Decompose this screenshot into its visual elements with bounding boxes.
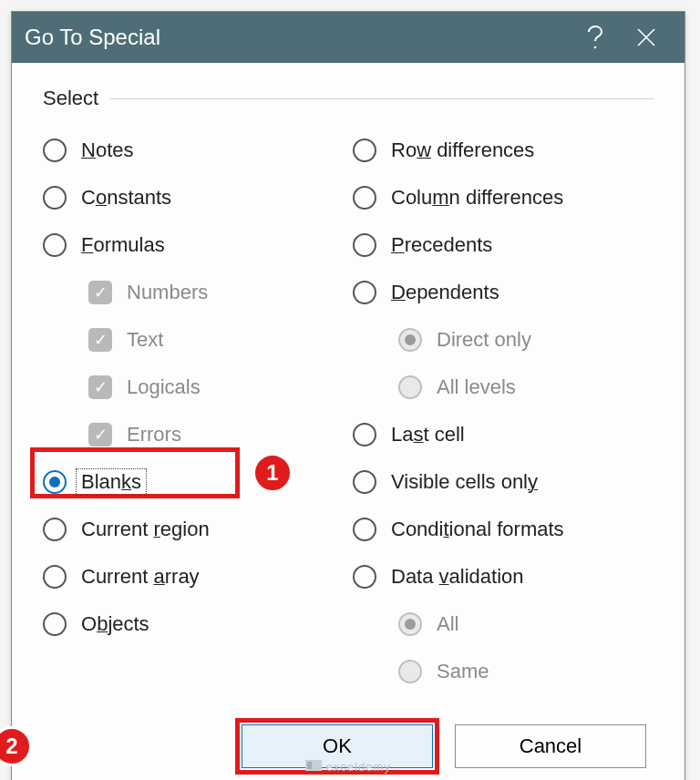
radio-icon <box>43 233 67 257</box>
check-label: Numbers <box>127 281 208 304</box>
radio-dependents[interactable]: Dependents <box>353 271 654 314</box>
radio-icon <box>353 470 376 494</box>
left-column: Notes Constants Formulas Numbers Text <box>43 128 344 693</box>
opt-label: Direct only <box>437 328 531 352</box>
radio-precedents[interactable]: Precedents <box>353 223 654 267</box>
cancel-button[interactable]: Cancel <box>455 724 646 768</box>
checkbox-icon <box>88 375 112 399</box>
svg-point-0 <box>594 46 597 49</box>
close-icon <box>636 27 656 47</box>
go-to-special-dialog: Go To Special Select Notes Constants <box>11 11 685 780</box>
options-columns: Notes Constants Formulas Numbers Text <box>43 128 654 693</box>
button-row: OK Cancel 2 <box>43 724 654 768</box>
check-text: Text <box>43 318 344 362</box>
radio-notes[interactable]: Notes <box>43 128 344 172</box>
radio-icon <box>353 565 376 589</box>
radio-icon <box>353 281 376 304</box>
radio-icon <box>43 139 67 162</box>
checkbox-icon <box>88 328 112 352</box>
radio-icon <box>398 612 422 636</box>
help-icon <box>587 25 603 50</box>
radio-direct-only: Direct only <box>353 318 654 362</box>
radio-icon <box>43 565 67 589</box>
radio-constants[interactable]: Constants <box>43 176 344 220</box>
radio-last-cell[interactable]: Last cell <box>353 413 654 457</box>
radio-icon <box>43 612 67 636</box>
dialog-title: Go To Special <box>25 25 570 50</box>
fieldset-label: Select <box>43 87 654 110</box>
titlebar: Go To Special <box>12 12 685 63</box>
radio-current-array[interactable]: Current array <box>43 555 344 599</box>
opt-label: All levels <box>437 375 516 399</box>
radio-icon <box>353 186 376 210</box>
radio-icon <box>398 375 422 399</box>
radio-icon <box>353 233 376 257</box>
divider <box>109 98 654 99</box>
fieldset-label-text: Select <box>43 87 98 110</box>
check-label: Logicals <box>127 375 201 399</box>
right-column: Row differences Column differences Prece… <box>353 128 654 693</box>
dialog-body: Select Notes Constants Formulas <box>12 63 685 780</box>
opt-label: All <box>437 612 458 636</box>
radio-data-validation[interactable]: Data validation <box>353 555 654 599</box>
check-label: Text <box>127 328 163 352</box>
radio-icon <box>398 328 422 352</box>
radio-current-region[interactable]: Current region <box>43 508 344 551</box>
opt-label: Same <box>437 660 489 683</box>
radio-all: All <box>353 602 654 646</box>
help-button[interactable] <box>570 12 621 63</box>
close-button[interactable] <box>621 12 672 63</box>
radio-icon <box>353 518 376 541</box>
radio-icon <box>43 470 67 494</box>
radio-icon <box>43 518 67 541</box>
check-errors: Errors <box>43 413 344 457</box>
radio-icon <box>353 423 376 446</box>
checkbox-icon <box>88 423 112 446</box>
radio-blanks[interactable]: Blanks <box>43 460 344 504</box>
radio-conditional-formats[interactable]: Conditional formats <box>353 508 654 551</box>
radio-formulas[interactable]: Formulas <box>43 223 344 267</box>
annotation-badge-2: 2 <box>0 726 32 766</box>
check-label: Errors <box>127 423 181 446</box>
radio-col-diff[interactable]: Column differences <box>353 176 654 220</box>
radio-icon <box>398 660 422 683</box>
radio-objects[interactable]: Objects <box>43 602 344 646</box>
radio-icon <box>353 139 376 162</box>
checkbox-icon <box>88 281 112 304</box>
radio-row-diff[interactable]: Row differences <box>353 128 654 172</box>
check-logicals: Logicals <box>43 365 344 409</box>
radio-same: Same <box>353 650 654 693</box>
radio-visible-cells[interactable]: Visible cells only <box>353 460 654 504</box>
ok-button[interactable]: OK <box>242 724 433 768</box>
check-numbers: Numbers <box>43 271 344 314</box>
radio-all-levels: All levels <box>353 365 654 409</box>
radio-icon <box>43 186 67 210</box>
